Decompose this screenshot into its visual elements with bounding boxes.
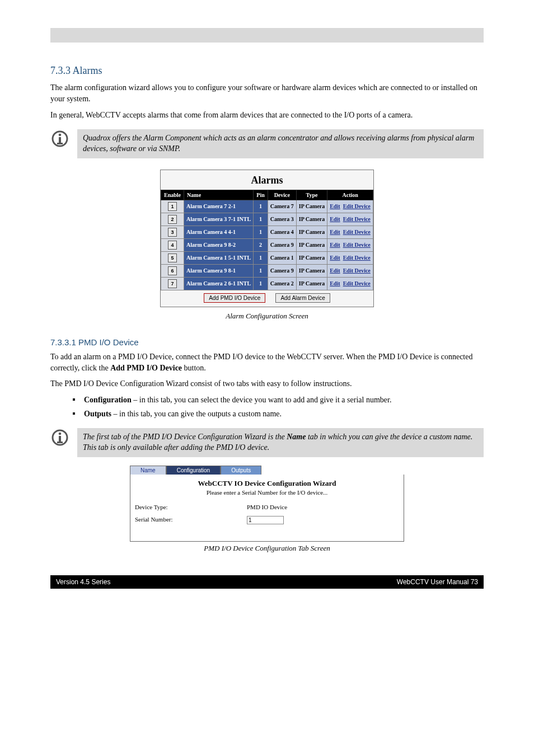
alarms-panel: Alarms Enable Name Pin Device Type Actio… xyxy=(160,170,374,307)
row-device: Camera 9 xyxy=(268,238,296,251)
row-type: IP Camera xyxy=(296,200,327,213)
wizard-subtitle: Please enter a Serial Number for the I/O… xyxy=(135,489,399,496)
row-device: Camera 3 xyxy=(268,213,296,226)
wizard-tab-outputs[interactable]: Outputs xyxy=(221,466,261,475)
row-name: Alarm Camera 9 8-1 xyxy=(184,264,254,277)
row-type: IP Camera xyxy=(296,251,327,264)
callout-note-name-tab: The first tab of the PMD I/O Device Conf… xyxy=(77,428,484,457)
edit-link[interactable]: Edit xyxy=(330,203,340,209)
table-row: 4Alarm Camera 9 8-22Camera 9IP CameraEdi… xyxy=(161,238,373,251)
svg-point-1 xyxy=(59,134,62,137)
col-name: Name xyxy=(184,190,254,200)
page-footer: Version 4.5 Series WebCCTV User Manual 7… xyxy=(50,575,484,589)
row-pin: 1 xyxy=(254,264,268,277)
row-device: Camera 9 xyxy=(268,264,296,277)
row-pin: 1 xyxy=(254,251,268,264)
col-device: Device xyxy=(268,190,296,200)
row-pin: 2 xyxy=(254,238,268,251)
row-type: IP Camera xyxy=(296,238,327,251)
enable-button[interactable]: 7 xyxy=(168,279,177,288)
section-heading-alarms: 7.3.3 Alarms xyxy=(50,65,484,77)
row-pin: 1 xyxy=(254,277,268,290)
info-icon xyxy=(50,129,69,151)
pmd-paragraph-1: To add an alarm on a PMD I/O Device, con… xyxy=(50,351,484,374)
bullet-list: Configuration – in this tab, you can sel… xyxy=(73,395,484,420)
device-type-value: PMD IO Device xyxy=(247,504,287,510)
edit-device-link[interactable]: Edit Device xyxy=(343,280,371,287)
info-icon xyxy=(50,428,69,449)
bullet-outputs: Outputs – in this tab, you can give the … xyxy=(73,408,484,420)
wizard-title: WebCCTV IO Device Configuration Wizard xyxy=(135,477,399,489)
enable-button[interactable]: 3 xyxy=(168,228,177,237)
edit-link[interactable]: Edit xyxy=(330,216,340,222)
row-name: Alarm Camera 1 5-1 INTL xyxy=(184,251,254,264)
row-device: Camera 2 xyxy=(268,277,296,290)
svg-rect-7 xyxy=(57,442,63,443)
row-name: Alarm Camera 4 4-1 xyxy=(184,226,254,238)
table-row: 1Alarm Camera 7 2-11Camera 7IP CameraEdi… xyxy=(161,200,373,213)
wizard-panel: Name Configuration Outputs WebCCTV IO De… xyxy=(130,466,404,542)
wizard-caption: PMD I/O Device Configuration Tab Screen xyxy=(50,544,484,553)
serial-number-input[interactable] xyxy=(247,516,284,524)
add-alarm-button[interactable]: Add Alarm Device xyxy=(275,293,330,303)
row-name: Alarm Camera 9 8-2 xyxy=(184,238,254,251)
edit-device-link[interactable]: Edit Device xyxy=(343,216,371,222)
edit-device-link[interactable]: Edit Device xyxy=(343,229,371,235)
table-row: 5Alarm Camera 1 5-1 INTL1Camera 1IP Came… xyxy=(161,251,373,264)
enable-button[interactable]: 5 xyxy=(168,253,177,262)
add-pmd-button[interactable]: Add PMD I/O Device xyxy=(204,293,265,303)
row-type: IP Camera xyxy=(296,264,327,277)
row-device: Camera 7 xyxy=(268,200,296,213)
svg-rect-2 xyxy=(59,137,61,143)
enable-button[interactable]: 4 xyxy=(168,241,177,250)
row-device: Camera 4 xyxy=(268,226,296,238)
svg-point-5 xyxy=(59,432,62,435)
intro-paragraph-1: The alarm configuration wizard allows yo… xyxy=(50,82,484,105)
col-action: Action xyxy=(327,190,373,200)
edit-device-link[interactable]: Edit Device xyxy=(343,242,371,248)
table-row: 3Alarm Camera 4 4-11Camera 4IP CameraEdi… xyxy=(161,226,373,238)
alarms-title: Alarms xyxy=(161,170,373,190)
callout-note-alarm-component: Quadrox offers the Alarm Component which… xyxy=(77,129,484,158)
table-row: 2Alarm Camera 3 7-1 INTL1Camera 3IP Came… xyxy=(161,213,373,226)
row-device: Camera 1 xyxy=(268,251,296,264)
edit-device-link[interactable]: Edit Device xyxy=(343,203,371,209)
col-pin: Pin xyxy=(254,190,268,200)
enable-button[interactable]: 1 xyxy=(168,202,177,211)
row-type: IP Camera xyxy=(296,277,327,290)
col-enable: Enable xyxy=(161,190,184,200)
bullet-configuration: Configuration – in this tab, you can sel… xyxy=(73,395,484,406)
footer-left: Version 4.5 Series xyxy=(56,578,110,586)
edit-link[interactable]: Edit xyxy=(330,242,340,248)
subheading-pmd: 7.3.3.1 PMD I/O Device xyxy=(50,337,484,347)
serial-number-label: Serial Number: xyxy=(135,516,247,524)
row-type: IP Camera xyxy=(296,226,327,238)
alarms-table: Enable Name Pin Device Type Action 1Alar… xyxy=(161,190,373,290)
alarms-caption: Alarm Configuration Screen xyxy=(50,312,484,321)
edit-link[interactable]: Edit xyxy=(330,229,340,235)
wizard-tab-name[interactable]: Name xyxy=(130,466,166,475)
row-pin: 1 xyxy=(254,213,268,226)
top-header-bar xyxy=(50,28,484,43)
footer-right: WebCCTV User Manual 73 xyxy=(397,578,478,586)
wizard-tab-configuration[interactable]: Configuration xyxy=(166,466,221,475)
enable-button[interactable]: 6 xyxy=(168,266,177,275)
pmd-paragraph-2: The PMD I/O Device Configuration Wizard … xyxy=(50,378,484,389)
row-name: Alarm Camera 3 7-1 INTL xyxy=(184,213,254,226)
table-row: 6Alarm Camera 9 8-11Camera 9IP CameraEdi… xyxy=(161,264,373,277)
enable-button[interactable]: 2 xyxy=(168,215,177,224)
svg-rect-6 xyxy=(59,436,61,442)
col-type: Type xyxy=(296,190,327,200)
row-pin: 1 xyxy=(254,226,268,238)
edit-device-link[interactable]: Edit Device xyxy=(343,267,371,274)
svg-rect-3 xyxy=(57,143,63,144)
edit-link[interactable]: Edit xyxy=(330,280,340,287)
row-type: IP Camera xyxy=(296,213,327,226)
edit-link[interactable]: Edit xyxy=(330,255,340,261)
row-name: Alarm Camera 7 2-1 xyxy=(184,200,254,213)
intro-paragraph-2: In general, WebCCTV accepts alarms that … xyxy=(50,110,484,121)
device-type-label: Device Type: xyxy=(135,504,247,510)
row-name: Alarm Camera 2 6-1 INTL xyxy=(184,277,254,290)
edit-link[interactable]: Edit xyxy=(330,267,340,274)
edit-device-link[interactable]: Edit Device xyxy=(343,255,371,261)
